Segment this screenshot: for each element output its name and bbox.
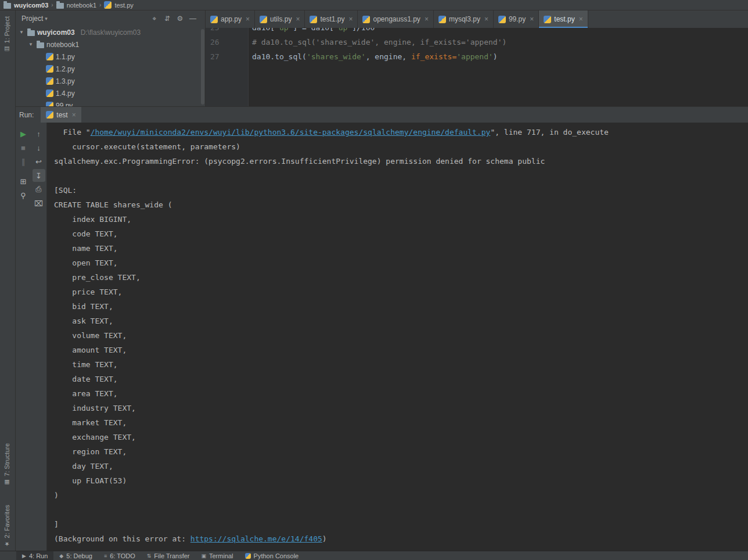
close-icon[interactable]: × — [579, 15, 583, 23]
close-icon[interactable]: × — [425, 15, 429, 23]
statusbar-item-python-console[interactable]: Python Console — [239, 551, 305, 560]
file-link[interactable]: /home/wuyi/miniconda2/envs/wuyi/lib/pyth… — [91, 128, 491, 137]
breadcrumb-item-package[interactable]: notebook1 — [67, 2, 96, 9]
breadcrumb-item-project[interactable]: wuyicom03 — [14, 2, 48, 9]
editor-code-area[interactable]: da10['up'] = da10['up']/100 # da10.to_sq… — [249, 28, 748, 106]
tab-utils-py[interactable]: utils.py × — [255, 10, 305, 28]
statusbar-item-debug[interactable]: ◆ 5: Debug — [53, 551, 98, 560]
chevron-expanded-icon[interactable]: ▼ — [18, 30, 25, 35]
close-icon[interactable]: × — [246, 15, 250, 23]
gear-icon[interactable]: ⚙ — [174, 15, 186, 23]
console-line: exchange TEXT, — [54, 430, 748, 444]
console-line: market TEXT, — [54, 415, 748, 430]
up-stack-trace-button[interactable]: ↑ — [33, 127, 45, 140]
console-line: ) — [54, 488, 748, 502]
line-number: 27 — [206, 49, 248, 64]
status-bar: ▶ 4: Run ◆ 5: Debug ≡ 6: TODO ⇅ File Tra… — [0, 551, 748, 560]
project-scrollbar[interactable] — [201, 29, 204, 105]
soft-wrap-button[interactable]: ↩ — [33, 155, 45, 168]
chevron-expanded-icon[interactable]: ▼ — [27, 42, 34, 47]
python-file-icon — [362, 16, 370, 23]
tool-window-button-project[interactable]: ▤ 1: Project — [3, 16, 10, 52]
tree-item-file[interactable]: 1.4.py — [16, 87, 205, 99]
console-line: cursor.execute(statement, parameters) — [54, 139, 748, 154]
code-line-26: # da10.to_sql('shares_wide', engine, if_… — [252, 35, 748, 49]
close-icon[interactable]: × — [484, 15, 488, 23]
star-icon: ★ — [4, 541, 10, 547]
run-console-output[interactable]: File "/home/wuyi/miniconda2/envs/wuyi/li… — [47, 123, 748, 551]
close-icon[interactable]: × — [72, 111, 76, 119]
tool-window-button-favorites[interactable]: ★ 2: Favorites — [3, 505, 10, 547]
statusbar-item-terminal[interactable]: ▣ Terminal — [195, 551, 239, 560]
console-line: time TEXT, — [54, 357, 748, 372]
statusbar-item-todo[interactable]: ≡ 6: TODO — [98, 551, 141, 560]
run-tab-test[interactable]: test × — [41, 107, 81, 123]
error-doc-link[interactable]: https://sqlalche.me/e/14/f405 — [190, 534, 322, 543]
console-line: name TEXT, — [54, 241, 748, 256]
console-line: File "/home/wuyi/miniconda2/envs/wuyi/li… — [54, 125, 748, 139]
console-line — [54, 168, 748, 183]
tree-item-label: 1.2.py — [56, 65, 75, 73]
python-file-icon — [260, 16, 267, 23]
stop-button[interactable]: ■ — [17, 141, 30, 154]
collapse-all-button[interactable]: ⇵ — [161, 15, 174, 23]
statusbar-label: 5: Debug — [66, 552, 92, 559]
tree-item-file[interactable]: 1.1.py — [16, 51, 205, 63]
breadcrumb: wuyicom03 › notebook1 › test.py — [0, 0, 748, 10]
tool-window-button-structure[interactable]: ▦ 7: Structure — [3, 443, 10, 486]
console-line: day TEXT, — [54, 459, 748, 473]
tab-test1-py[interactable]: test1.py × — [305, 10, 358, 28]
tab-label: 99.py — [509, 15, 526, 23]
statusbar-item-run[interactable]: ▶ 4: Run — [16, 551, 53, 560]
console-line: (Background on this error at: https://sq… — [54, 532, 748, 546]
tab-test-py[interactable]: test.py × — [539, 10, 588, 28]
run-toolbar-secondary: ↑ ↓ ↩ ↧ ⎙ ⌧ — [31, 123, 47, 551]
scroll-to-end-button[interactable]: ↧ — [33, 169, 45, 182]
code-editor[interactable]: 25 26 27 da10['up'] = da10['up']/100 # d… — [206, 28, 748, 106]
tab-99-py[interactable]: 99.py × — [494, 10, 539, 28]
breadcrumb-item-file[interactable]: test.py — [114, 2, 133, 9]
restore-layout-button[interactable]: ⊞ — [17, 175, 30, 188]
console-line: region TEXT, — [54, 444, 748, 459]
tool-window-label: 2: Favorites — [3, 505, 10, 538]
close-icon[interactable]: × — [530, 15, 534, 23]
tool-window-label: 7: Structure — [3, 443, 10, 476]
console-line: bid TEXT, — [54, 299, 748, 314]
tab-label: app.py — [221, 15, 242, 23]
tree-item-root[interactable]: ▼ wuyicom03 D:\flask\wuyicom03 — [16, 26, 205, 38]
python-file-icon — [46, 111, 53, 119]
debug-icon: ◆ — [59, 553, 63, 559]
tab-app-py[interactable]: app.py × — [206, 10, 255, 28]
tree-item-file[interactable]: 1.3.py — [16, 75, 205, 87]
tree-item-label: 1.1.py — [56, 53, 75, 61]
pause-output-button[interactable]: ∥ — [17, 155, 30, 168]
code-line-27: da10.to_sql('shares_wide', engine, if_ex… — [252, 49, 748, 64]
down-stack-trace-button[interactable]: ↓ — [33, 141, 45, 154]
line-number: 25 — [206, 28, 248, 35]
statusbar-item-file-transfer[interactable]: ⇅ File Transfer — [141, 551, 196, 560]
breadcrumb-separator-icon: › — [51, 2, 53, 8]
project-view-selector[interactable]: Project — [21, 15, 43, 23]
tab-opengauss1-py[interactable]: opengauss1.py × — [358, 10, 433, 28]
console-line: price TEXT, — [54, 285, 748, 299]
close-icon[interactable]: × — [296, 15, 300, 23]
project-tool-icon: ▤ — [4, 46, 10, 52]
clear-all-button[interactable]: ⌧ — [33, 197, 45, 210]
hide-panel-button[interactable]: — — [186, 15, 199, 23]
pin-tab-button[interactable]: ⚲ — [17, 189, 30, 202]
rerun-button[interactable]: ▶ — [17, 127, 30, 140]
tree-item-file[interactable]: 99.py — [16, 99, 205, 106]
tree-item-folder[interactable]: ▼ notebook1 — [16, 38, 205, 51]
tree-item-path: D:\flask\wuyicom03 — [81, 28, 141, 37]
console-line: index BIGINT, — [54, 212, 748, 227]
tab-mysql3-py[interactable]: mysql3.py × — [434, 10, 494, 28]
python-file-icon — [46, 89, 53, 97]
tree-item-file[interactable]: 1.2.py — [16, 63, 205, 75]
locate-file-button[interactable]: ⌖ — [148, 15, 161, 23]
python-file-icon — [310, 16, 317, 23]
console-line — [54, 502, 748, 517]
python-file-icon — [46, 102, 53, 106]
console-error-line: sqlalchemy.exc.ProgrammingError: (psycop… — [54, 154, 748, 168]
print-button[interactable]: ⎙ — [33, 183, 45, 196]
close-icon[interactable]: × — [348, 15, 353, 23]
